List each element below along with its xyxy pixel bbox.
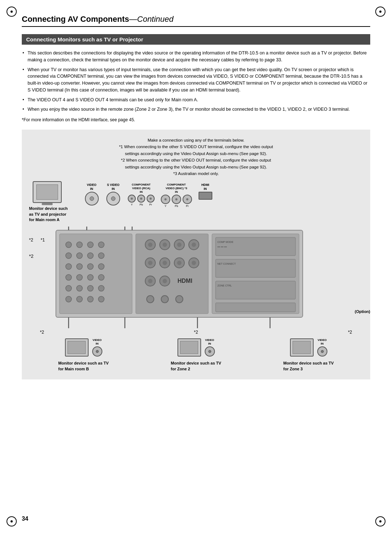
monitor-zone3-label-2: for Zone 3 [283,367,303,371]
title-continued: —Continued [129,15,173,24]
svg-point-22 [66,296,72,302]
terminal-connector-svideo [106,192,120,206]
svg-text:HDMI: HDMI [177,278,192,284]
middle-section: *2 *2 *1 [29,227,363,328]
svg-point-19 [77,285,82,291]
tv-icon-zone3 [290,338,314,357]
bnc-pb-label: Pb [175,204,178,208]
video-in-label-zone2: VIDEOIN [205,338,214,345]
svg-point-34 [192,243,196,247]
video-connector-b [92,346,102,357]
section-header: Connecting Monitors such as TV or Projec… [22,34,370,45]
video-connector-zone3 [317,346,327,357]
svg-point-42 [192,261,196,265]
bullet-list: This section describes the connections f… [22,50,370,113]
terminal-label-bnc: COMPONENTVIDEO (BNC) *3IN [160,183,193,194]
svg-text:COMP MODE: COMP MODE [217,241,233,243]
terminal-component-bnc: COMPONENTVIDEO (BNC) *3IN Y Pb Pr [160,183,193,208]
marker-2-left-2: *2 [29,253,39,259]
svg-rect-54 [216,281,295,299]
diagram-top-section: Monitor device such as TV and projector … [29,181,363,223]
tv-screen-zone3 [293,341,311,354]
svg-point-5 [98,242,104,248]
rca-pr-label: Pr [149,203,152,206]
page-number: 34 [22,516,28,522]
rca-connectors: Y Pb Pr [128,195,155,206]
video-connector-inner-b [96,350,99,353]
svg-point-18 [66,285,72,291]
marker-1-col: *1 [41,227,51,243]
video-in-zone2: VIDEOIN [205,338,215,356]
bnc-pr-label: Pr [186,204,189,208]
page-title: Connecting AV Components—Continued [22,15,370,27]
svg-point-12 [87,264,93,269]
monitor-zone2-label-2: for Zone 2 [171,367,190,371]
note-1: Make a connection using any of the termi… [29,137,363,143]
svg-point-8 [87,253,93,259]
bnc-y [161,195,170,204]
svg-point-11 [77,264,82,269]
monitor-b-label: Monitor device such as TV for Main room … [58,360,109,372]
note-5: settings accordingly using the Video Out… [29,164,363,170]
bullet-item-2: When your TV or monitor has various type… [22,66,370,94]
monitor-b-label-1: Monitor device such as TV [58,361,109,365]
marker-1: *1 [41,237,51,243]
note-6: *3 Australian model only. [29,170,363,177]
monitor-zone2-label: Monitor device such as TV for Zone 2 [171,360,221,372]
svg-point-20 [87,285,93,291]
monitor-b-row: VIDEOIN [65,338,102,357]
video-connector-inner-zone3 [321,350,324,353]
tv-screen-zone2 [180,341,198,354]
svg-rect-55 [216,303,295,312]
bottom-marker-2: *2 [194,330,198,335]
bullet-item-4: When you enjoy the video source in the r… [22,106,370,113]
tv-icon-b [65,338,89,357]
terminal-hdmi-in: HDMIIN [197,183,213,199]
rca-y [128,195,136,203]
terminal-label-rca: COMPONENTVIDEO (RCA)IN [127,183,156,194]
bnc-connectors: Y Pb Pr [161,195,192,208]
svg-point-30 [163,243,167,247]
svg-rect-52 [216,237,295,256]
bottom-marker-1: *2 [40,330,44,335]
monitor-zone2: VIDEOIN Monitor device such as TV for Zo… [142,338,250,372]
bullet-item-3: The VIDEO OUT 4 and S VIDEO OUT 4 termin… [22,97,370,103]
option-label: (Option) [355,309,370,314]
monitor-top-label: Monitor device such as TV and projector … [29,206,71,223]
svg-point-4 [87,242,93,248]
svg-point-48 [147,296,154,303]
terminal-row: VIDEOIN S VIDEOIN COMPONENTVIDEO (RCA)IN [83,181,363,208]
video-in-b: VIDEOIN [92,338,102,356]
diagram-area: Make a connection using any of the termi… [22,130,370,379]
connector-inner-svideo [111,196,115,201]
monitor-zone3-row: VIDEOIN [290,338,327,357]
device-svg: HDMI COMP MODE ••• ••• ••• [52,227,363,328]
bnc-pb [172,195,181,204]
svg-point-17 [98,274,104,280]
terminal-svideo-in: S VIDEOIN [104,183,122,205]
hdmi-connector [199,192,212,200]
svg-text:NET CONNECT: NET CONNECT [217,263,236,265]
tv-icon-main [33,181,62,203]
svg-point-46 [163,279,167,283]
svg-point-7 [77,253,82,259]
svg-point-50 [176,296,183,303]
video-in-label-zone3: VIDEOIN [318,338,327,345]
bnc-y-label: Y [164,204,166,208]
monitor-zone3-label: Monitor device such as TV for Zone 3 [283,360,334,372]
marker-2-left: *2 [29,237,39,243]
monitor-zone3-label-1: Monitor device such as TV [283,361,334,365]
terminal-label-video: VIDEOIN [83,183,100,190]
svg-point-24 [87,296,93,302]
terminal-connector-video [85,192,99,206]
svg-point-6 [66,253,72,259]
svg-point-36 [148,261,152,265]
tv-screen-main [36,184,58,200]
video-in-zone3: VIDEOIN [317,338,327,356]
title-text: Connecting AV Components [22,15,129,24]
terminal-video-in: VIDEOIN [83,183,100,205]
svg-point-49 [161,296,168,303]
bottom-monitors-section: VIDEOIN Monitor device such as TV for Ma… [29,338,363,372]
device-area: HDMI COMP MODE ••• ••• ••• [52,227,363,328]
svg-point-25 [98,296,104,302]
